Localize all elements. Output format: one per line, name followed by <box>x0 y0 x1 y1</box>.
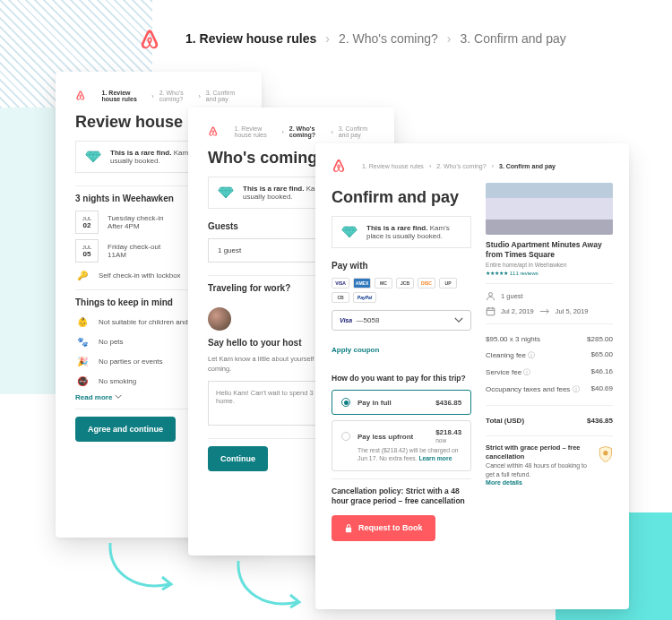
airbnb-logo-icon <box>332 158 346 174</box>
help-icon[interactable]: ⓘ <box>528 351 535 359</box>
no-parties-icon: 🎉 <box>75 354 90 368</box>
person-icon <box>486 291 495 301</box>
airbnb-logo-icon <box>208 124 219 140</box>
dates-summary: Jul 2, 2019 Jul 5, 2019 <box>486 306 613 316</box>
how-pay-label: How do you want to pay for this trip? <box>332 374 471 383</box>
flow-arrow-icon <box>231 557 312 620</box>
chevron-down-icon <box>454 317 463 323</box>
mastercard-icon: MC <box>375 278 392 288</box>
cancellation-summary: Strict with grace period – free cancella… <box>486 443 613 487</box>
rare-find-banner: This is a rare find. Kam's place is usua… <box>332 216 471 248</box>
step-3[interactable]: 3. Confirm and pay <box>460 31 565 46</box>
airbnb-logo-icon <box>139 27 160 50</box>
checkin-date-icon: JUL02 <box>75 211 99 234</box>
discover-icon: DISC <box>418 278 435 288</box>
no-pets-icon: 🐾 <box>75 334 90 349</box>
shield-icon <box>599 443 613 465</box>
host-avatar <box>208 307 231 331</box>
learn-more-link[interactable]: Learn more <box>418 455 452 461</box>
flow-arrow-icon <box>103 539 184 606</box>
jcb-icon: JCB <box>396 278 414 288</box>
paypal-icon: PayPal <box>353 292 376 303</box>
amex-icon: AMEX <box>353 278 371 288</box>
guests-summary: 1 guest <box>486 291 613 301</box>
no-children-icon: 👶 <box>75 314 90 329</box>
mini-stepper: 1. Review house rules› 2. Who's coming?›… <box>235 125 375 138</box>
radio-unselected-icon <box>341 432 350 441</box>
price-total: Total (USD)$436.85 <box>486 413 613 428</box>
pay-with-label: Pay with <box>332 261 471 271</box>
listing-rating: ★★★★★ 111 reviews <box>486 270 613 276</box>
continue-button[interactable]: Continue <box>208 446 268 471</box>
listing-title: Studio Apartment Minutes Away from Times… <box>486 240 613 260</box>
cb-icon: CB <box>332 292 349 303</box>
help-icon[interactable]: ⓘ <box>523 368 530 376</box>
airbnb-logo-icon <box>75 88 86 104</box>
diamond-icon <box>341 226 358 238</box>
card-confirm-pay: 1. Review house rules› 2. Who's coming?›… <box>315 143 629 609</box>
price-nightly: $95.00 x 3 nights$285.00 <box>486 332 613 347</box>
request-book-button[interactable]: Request to Book <box>332 515 435 541</box>
main-stepper: 1. Review house rules › 2. Who's coming?… <box>139 27 566 50</box>
page-title: Confirm and pay <box>332 188 471 207</box>
listing-thumbnail <box>486 183 613 235</box>
price-cleaning: Cleaning fee ⓘ$65.00 <box>486 347 613 364</box>
visa-icon: Visa <box>340 317 352 323</box>
mini-stepper: 1. Review house rules› 2. Who's coming?›… <box>102 90 242 102</box>
pay-full-option[interactable]: Pay in full $436.85 <box>332 390 471 415</box>
price-service: Service fee ⓘ$46.16 <box>486 364 613 381</box>
step-2[interactable]: 2. Who's coming? <box>339 31 438 46</box>
diamond-icon <box>85 151 101 163</box>
unionpay-icon: UP <box>439 278 457 288</box>
cancel-policy-header: Cancellation policy: Strict with a 48 ho… <box>332 487 471 506</box>
arrow-right-icon <box>539 308 550 314</box>
apply-coupon-link[interactable]: Apply coupon <box>332 346 379 354</box>
pay-less-option[interactable]: Pay less upfront $218.43now The rest ($2… <box>332 420 471 471</box>
help-icon[interactable]: ⓘ <box>573 385 580 393</box>
visa-icon: VISA <box>332 278 349 288</box>
payment-brand-icons: VISA AMEX MC JCB DISC UP CB PayPal <box>332 278 471 303</box>
lock-icon <box>344 523 353 533</box>
mini-stepper: 1. Review house rules› 2. Who's coming?›… <box>362 163 556 169</box>
calendar-icon <box>486 306 495 316</box>
chevron-right-icon: › <box>447 31 452 46</box>
checkout-date-icon: JUL05 <box>75 239 99 263</box>
payment-method-select[interactable]: Visa —5058 <box>332 310 471 331</box>
diamond-icon <box>218 186 234 199</box>
chevron-right-icon: › <box>325 31 330 46</box>
step-1[interactable]: 1. Review house rules <box>185 31 316 46</box>
radio-selected-icon <box>341 398 350 407</box>
no-smoking-icon: 🚭 <box>75 374 90 388</box>
agree-continue-button[interactable]: Agree and continue <box>75 417 176 442</box>
key-icon: 🔑 <box>75 268 90 282</box>
listing-subtitle: Entire home/apt in Weehawken <box>486 262 613 268</box>
more-details-link[interactable]: More details <box>486 479 522 486</box>
price-taxes: Occupancy taxes and fees ⓘ$40.69 <box>486 381 613 398</box>
